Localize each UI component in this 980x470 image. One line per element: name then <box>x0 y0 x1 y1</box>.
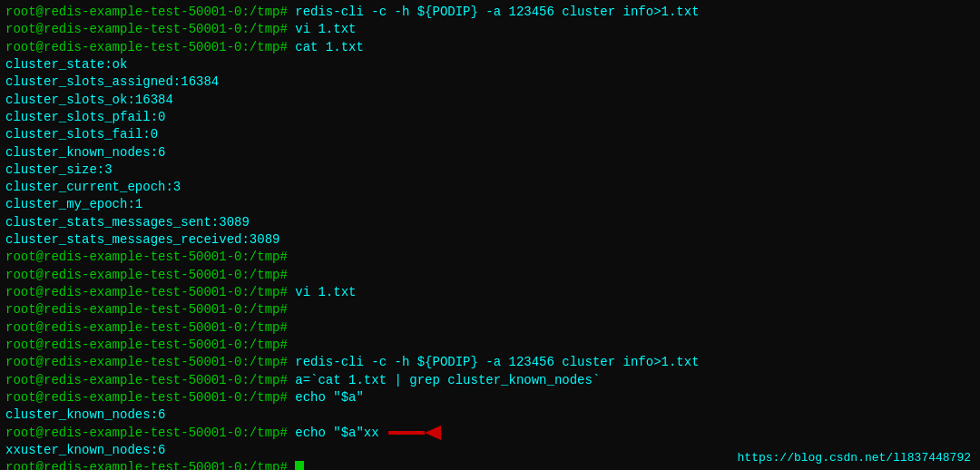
prompt: root@redis-example-test-50001-0:/tmp# <box>5 425 288 442</box>
output-text: cluster_slots_assigned:16384 <box>5 73 219 91</box>
terminal-line: cluster_state:ok <box>5 56 975 73</box>
terminal-line: root@redis-example-test-50001-0:/tmp# <box>5 267 975 284</box>
prompt: root@redis-example-test-50001-0:/tmp# <box>5 354 288 371</box>
command-text: a=`cat 1.txt | grep cluster_known_nodes` <box>288 372 600 389</box>
command-text: cat 1.txt <box>288 39 364 56</box>
output-text: cluster_size:3 <box>5 162 113 179</box>
prompt: root@redis-example-test-50001-0:/tmp# <box>5 21 288 38</box>
prompt: root@redis-example-test-50001-0:/tmp# <box>5 319 288 337</box>
output-text: cluster_known_nodes:6 <box>5 144 165 162</box>
terminal-line: cluster_stats_messages_sent:3089 <box>5 214 975 231</box>
command-text: vi 1.txt <box>288 284 357 301</box>
prompt: root@redis-example-test-50001-0:/tmp# <box>5 267 288 284</box>
terminal-line: cluster_current_epoch:3 <box>5 179 975 196</box>
prompt: root@redis-example-test-50001-0:/tmp# <box>5 389 288 406</box>
terminal-line: root@redis-example-test-50001-0:/tmp# <box>5 337 975 354</box>
command-text: redis-cli -c -h ${PODIP} -a 123456 clust… <box>288 354 700 371</box>
arrow-head-icon <box>425 426 441 440</box>
output-text: cluster_stats_messages_sent:3089 <box>5 214 250 231</box>
output-text: cluster_known_nodes:6 <box>5 406 165 424</box>
blog-link: https://blog.csdn.net/ll837448792 <box>738 451 971 465</box>
prompt: root@redis-example-test-50001-0:/tmp# <box>5 337 288 354</box>
terminal-line: root@redis-example-test-50001-0:/tmp# <box>5 249 975 266</box>
terminal-line: cluster_slots_assigned:16384 <box>5 73 975 91</box>
output-text: cluster_slots_ok:16384 <box>5 92 173 109</box>
arrow-shaft <box>388 431 425 435</box>
terminal-line: root@redis-example-test-50001-0:/tmp# ca… <box>5 39 975 56</box>
command-text: echo "$a"xx <box>288 425 379 442</box>
terminal-line: cluster_known_nodes:6 <box>5 144 975 162</box>
prompt: root@redis-example-test-50001-0:/tmp# <box>5 249 288 266</box>
command-text: redis-cli -c -h ${PODIP} -a 123456 clust… <box>288 4 700 21</box>
output-text: cluster_slots_fail:0 <box>5 126 158 143</box>
output-text: cluster_stats_messages_received:3089 <box>5 231 279 249</box>
terminal: root@redis-example-test-50001-0:/tmp# re… <box>0 0 980 470</box>
output-text: cluster_state:ok <box>5 56 127 73</box>
arrow-annotation <box>388 426 443 440</box>
terminal-line: root@redis-example-test-50001-0:/tmp# re… <box>5 4 975 21</box>
cursor <box>295 461 304 470</box>
command-text: vi 1.txt <box>288 21 357 38</box>
terminal-line: cluster_slots_fail:0 <box>5 126 975 143</box>
prompt: root@redis-example-test-50001-0:/tmp# <box>5 372 288 389</box>
prompt: root@redis-example-test-50001-0:/tmp# <box>5 459 288 470</box>
command-text <box>288 459 295 470</box>
terminal-line: root@redis-example-test-50001-0:/tmp# <box>5 319 975 337</box>
terminal-line: cluster_my_epoch:1 <box>5 196 975 213</box>
output-text: xxuster_known_nodes:6 <box>5 442 165 459</box>
terminal-line: cluster_stats_messages_received:3089 <box>5 231 975 249</box>
terminal-line: cluster_size:3 <box>5 162 975 179</box>
terminal-line: root@redis-example-test-50001-0:/tmp# vi… <box>5 21 975 38</box>
terminal-line: cluster_slots_ok:16384 <box>5 92 975 109</box>
terminal-line: root@redis-example-test-50001-0:/tmp# <box>5 301 975 318</box>
terminal-line: cluster_slots_pfail:0 <box>5 109 975 126</box>
output-text: cluster_my_epoch:1 <box>5 196 142 213</box>
prompt: root@redis-example-test-50001-0:/tmp# <box>5 4 288 21</box>
terminal-line: cluster_known_nodes:6 <box>5 406 975 424</box>
terminal-line: root@redis-example-test-50001-0:/tmp# ec… <box>5 425 975 442</box>
terminal-line: root@redis-example-test-50001-0:/tmp# a=… <box>5 372 975 389</box>
terminal-line: root@redis-example-test-50001-0:/tmp# vi… <box>5 284 975 301</box>
output-text: cluster_slots_pfail:0 <box>5 109 165 126</box>
terminal-line: root@redis-example-test-50001-0:/tmp# re… <box>5 354 975 371</box>
prompt: root@redis-example-test-50001-0:/tmp# <box>5 301 288 318</box>
output-text: cluster_current_epoch:3 <box>5 179 181 196</box>
prompt: root@redis-example-test-50001-0:/tmp# <box>5 39 288 56</box>
command-text: echo "$a" <box>288 389 364 406</box>
terminal-line: root@redis-example-test-50001-0:/tmp# ec… <box>5 389 975 406</box>
prompt: root@redis-example-test-50001-0:/tmp# <box>5 284 288 301</box>
